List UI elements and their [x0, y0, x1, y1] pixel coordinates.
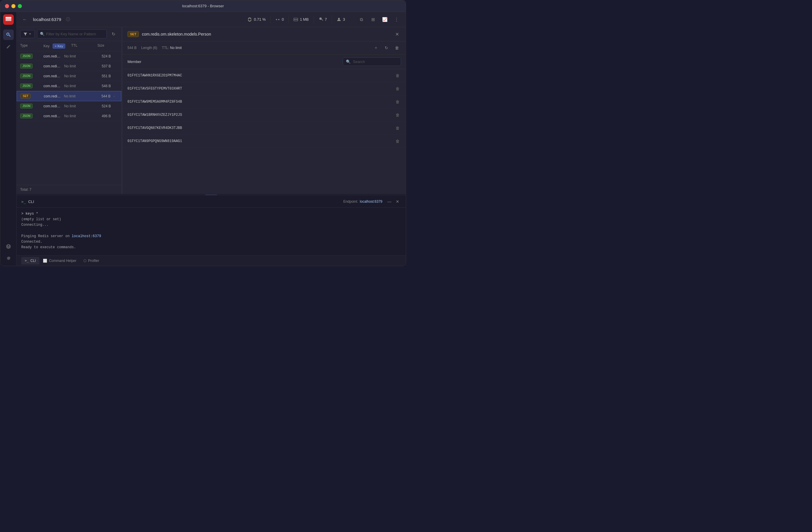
sidebar-item-editor[interactable]	[3, 41, 14, 52]
header-copy-button[interactable]: ⧉	[357, 15, 366, 24]
type-badge: JSON	[20, 103, 33, 109]
table-header: Type Key + Key TTL Size	[17, 41, 121, 51]
maximize-window-button[interactable]	[18, 4, 22, 8]
detail-meta: 544 B Length (6) TTL: No limit ＋ ↻ 🗑	[123, 41, 406, 55]
key-size: 551 B	[90, 74, 111, 78]
type-badge: SET	[20, 94, 31, 99]
type-badge: JSON	[20, 83, 33, 88]
detail-close-button[interactable]: ✕	[393, 30, 401, 38]
profiler-icon: ⬡	[83, 259, 86, 263]
key-list: JSON com.redis.om.skeleton.models.Pers..…	[17, 51, 121, 185]
content-area: ← localhost:6379 ⓘ 0.71 % 0	[17, 12, 406, 266]
profiler-label: Profiler	[88, 259, 99, 263]
table-row[interactable]: JSON com.redis.om.skeleton.models.Pers..…	[17, 81, 121, 91]
type-badge: JSON	[20, 54, 33, 59]
member-search-wrap: 🔍	[343, 57, 401, 66]
table-row[interactable]: JSON com.redis.om.skeleton.models.Pers..…	[17, 71, 121, 81]
header-actions: ⧉ ⊞ 📈 ⋮	[357, 15, 401, 24]
list-item[interactable]: 01FYC1TAW1BRNHXVZEZJY1P2JS 🗑	[123, 109, 406, 121]
tab-profiler[interactable]: ⬡ Profiler	[80, 257, 103, 264]
sidebar-item-help[interactable]	[3, 241, 14, 252]
sidebar	[0, 12, 17, 266]
list-item[interactable]: 01FYC1TAN9PGPQNG9WN819AAG1 🗑	[123, 135, 406, 148]
member-search-input[interactable]	[353, 59, 397, 64]
minimize-window-button[interactable]	[11, 4, 15, 8]
key-ttl: No limit	[64, 94, 90, 98]
cli-endpoint-label: Endpoint:	[343, 200, 358, 204]
svg-rect-6	[296, 19, 297, 20]
add-member-button[interactable]: ＋	[372, 44, 380, 52]
clients-icon	[337, 17, 341, 22]
svg-rect-1	[5, 20, 11, 21]
detail-panel: SET com.redis.om.skeleton.models.Person …	[123, 27, 406, 194]
tab-command-helper[interactable]: ⬜ Command Helper	[39, 257, 80, 264]
filter-button[interactable]	[20, 30, 35, 38]
detail-key-name: com.redis.om.skeleton.models.Person	[142, 32, 390, 37]
delete-key-button[interactable]: 🗑	[393, 44, 401, 52]
filter-input[interactable]	[37, 29, 107, 39]
table-row[interactable]: JSON com.redis.om.skeleton.models.Pers..…	[17, 111, 121, 121]
delete-member-button[interactable]: 🗑	[394, 125, 401, 131]
type-badge: JSON	[20, 73, 33, 78]
stat-memory[interactable]: 1 MB	[289, 15, 314, 24]
key-name: com.redis.om.skeleton.models.Pers...	[43, 104, 64, 108]
refresh-button[interactable]: ↻	[109, 30, 118, 39]
table-row[interactable]: JSON com.redis.om.skeleton.models.Pers..…	[17, 61, 121, 71]
cli-close-button[interactable]: ✕	[394, 198, 401, 205]
cli-header: >_ CLI Endpoint: localhost:6379 — ✕	[17, 196, 406, 208]
titlebar: localhost:6379 - Browser	[0, 0, 406, 12]
cli-title: >_ CLI	[21, 200, 343, 204]
stat-cpu[interactable]: 0.71 %	[243, 15, 270, 24]
member-value: 01FYC1TAW9MEMSA8MM4PZ8FS4B	[128, 100, 394, 104]
close-window-button[interactable]	[5, 4, 9, 8]
delete-member-button[interactable]: 🗑	[394, 85, 401, 92]
table-row[interactable]: JSON com.redis.om.skeleton.models.Pers..…	[17, 101, 121, 111]
list-item[interactable]: 01FYC1TAVSFEGTYPEMVT03XHRT 🗑	[123, 82, 406, 95]
delete-member-button[interactable]: 🗑	[394, 112, 401, 118]
cpu-icon	[247, 17, 252, 22]
main-window: localhost:6379 - Browser	[0, 0, 406, 266]
list-item[interactable]: 01FYC1TAW9MEMSA8MM4PZ8FS4B 🗑	[123, 95, 406, 109]
back-button[interactable]: ←	[21, 16, 28, 23]
member-value: 01FYC1TAN9PGPQNG9WN819AAG1	[128, 139, 394, 143]
memory-value: 1 MB	[300, 17, 308, 21]
detail-meta-actions: ＋ ↻ 🗑	[372, 44, 401, 52]
key-size: 524 B	[90, 104, 111, 108]
cli-tab-icon: >_	[25, 259, 29, 262]
key-name: com.redis.om.skeleton.models.Pers...	[43, 54, 64, 58]
key-size: 524 B	[90, 54, 111, 58]
cli-tabs: >_ CLI ⬜ Command Helper ⬡ Profiler	[17, 255, 406, 266]
key-size: 546 B	[90, 84, 111, 88]
list-item[interactable]: 01FYC1TAWHN1RXGE2O1PM7M4AC 🗑	[123, 69, 406, 82]
command-helper-label: Command Helper	[49, 259, 76, 263]
refresh-detail-button[interactable]: ↻	[382, 44, 391, 52]
list-item[interactable]: 01FYC1TAVGQN87KEVR4DK3TJBB 🗑	[123, 121, 406, 135]
cli-prompt-icon: >_	[21, 200, 26, 204]
header-chart-button[interactable]: 📈	[380, 15, 389, 24]
table-row[interactable]: JSON com.redis.om.skeleton.models.Pers..…	[17, 51, 121, 61]
delete-member-button[interactable]: 🗑	[394, 72, 401, 79]
cli-title-text: CLI	[28, 200, 34, 204]
search-icon: 🔍	[40, 32, 45, 36]
tab-cli[interactable]: >_ CLI	[21, 257, 39, 264]
key-ttl: No limit	[64, 74, 90, 78]
key-ttl: No limit	[64, 54, 90, 58]
delete-member-button[interactable]: 🗑	[394, 98, 401, 105]
sidebar-item-keys[interactable]	[3, 29, 14, 40]
header-more-button[interactable]: ⋮	[392, 15, 401, 24]
stat-connections[interactable]: 0	[271, 15, 289, 24]
table-row[interactable]: SET com.redis.om.skeleton.models.Person …	[17, 91, 121, 101]
header-grid-button[interactable]: ⊞	[368, 15, 378, 24]
stat-clients[interactable]: 3	[332, 15, 350, 24]
app-header: ← localhost:6379 ⓘ 0.71 % 0	[17, 12, 406, 27]
svg-rect-5	[295, 19, 296, 20]
stat-keys[interactable]: 7	[314, 15, 332, 24]
info-icon[interactable]: ⓘ	[66, 17, 70, 22]
cli-line: (empty list or set)	[21, 217, 401, 222]
member-search-bar: Member 🔍	[123, 55, 406, 69]
cli-minimize-button[interactable]: —	[386, 198, 393, 205]
sidebar-item-settings[interactable]	[3, 253, 14, 263]
delete-member-button[interactable]: 🗑	[394, 138, 401, 145]
add-key-button[interactable]: + Key	[53, 43, 65, 49]
cli-line: Ready to execute commands.	[21, 245, 401, 250]
